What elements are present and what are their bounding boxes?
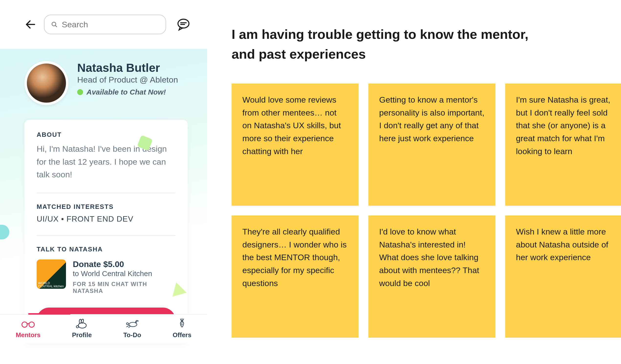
carrot-icon (175, 318, 189, 329)
tab-label: Offers (173, 331, 191, 339)
tab-offers[interactable]: Offers (173, 318, 191, 339)
tab-bar: Mentors Profile (0, 314, 207, 344)
about-label: ABOUT (37, 131, 175, 139)
sticky-note: Getting to know a mentor's personality i… (368, 84, 495, 206)
tab-mentors[interactable]: Mentors (16, 318, 41, 339)
mentor-avatar (24, 61, 69, 105)
tab-todo[interactable]: To-Do (123, 318, 141, 339)
svg-line-2 (55, 25, 57, 27)
svg-line-13 (181, 324, 183, 325)
decorative-shape (0, 225, 9, 239)
divider (37, 235, 175, 236)
feedback-panel: I am having trouble getting to know the … (207, 0, 621, 364)
divider (37, 193, 175, 193)
search-icon (51, 20, 58, 28)
tab-label: To-Do (123, 331, 141, 339)
sticky-note: Wish I knew a little more about Natasha … (505, 215, 621, 338)
donate-org: to World Central Kitchen (73, 269, 175, 278)
mentor-header: Natasha Butler Head of Product @ Ableton… (24, 59, 188, 117)
search-box[interactable] (44, 15, 166, 34)
sticky-note: I'd love to know what Natasha's interest… (368, 215, 495, 338)
mentor-card: ABOUT Hi, I'm Natasha! I've been in desi… (24, 120, 188, 344)
sticky-note: I'm sure Natasha is great, but I don't r… (505, 84, 621, 206)
svg-line-12 (181, 323, 183, 323)
mentor-name: Natasha Butler (77, 61, 178, 74)
donate-amount: Donate $5.00 (73, 260, 175, 269)
sticky-note: Would love some reviews from other mente… (232, 84, 359, 206)
top-bar (17, 15, 190, 34)
svg-point-3 (178, 19, 189, 28)
back-icon[interactable] (24, 18, 37, 31)
donate-duration: FOR 15 MIN CHAT WITH NATASHA (73, 281, 175, 294)
about-text: Hi, I'm Natasha! I've been in design for… (37, 142, 175, 181)
sticky-notes-grid: Would love some reviews from other mente… (232, 84, 621, 338)
donation-row: Donate $5.00 to World Central Kitchen FO… (37, 260, 175, 294)
mentor-title: Head of Product @ Ableton (77, 75, 178, 85)
app-panel: Natasha Butler Head of Product @ Ableton… (0, 0, 207, 364)
svg-point-8 (78, 323, 86, 328)
tab-label: Profile (72, 331, 92, 339)
tab-label: Mentors (16, 331, 41, 339)
svg-point-9 (76, 326, 78, 328)
svg-point-7 (29, 322, 34, 327)
svg-point-11 (127, 323, 128, 325)
messages-icon[interactable] (177, 18, 190, 31)
charity-logo (37, 260, 66, 289)
talk-to-label: TALK TO NATASHA (37, 245, 175, 253)
interests-label: MATCHED INTERESTS (37, 203, 175, 210)
search-input[interactable] (62, 20, 159, 29)
feedback-title: I am having trouble getting to know the … (232, 24, 549, 64)
svg-point-6 (22, 322, 27, 327)
profile-area: Natasha Butler Head of Product @ Ableton… (0, 49, 207, 344)
interests-value: UI/UX • FRONT END DEV (37, 214, 175, 224)
online-dot-icon (77, 89, 83, 95)
availability-text: Available to Chat Now! (86, 88, 166, 96)
tab-profile[interactable]: Profile (72, 318, 92, 339)
availability-badge: Available to Chat Now! (77, 88, 178, 96)
glasses-icon (21, 318, 35, 329)
sticky-note: They're all clearly qualified designers…… (232, 215, 359, 338)
rabbit-icon (75, 318, 89, 329)
running-rabbit-icon (125, 318, 139, 329)
